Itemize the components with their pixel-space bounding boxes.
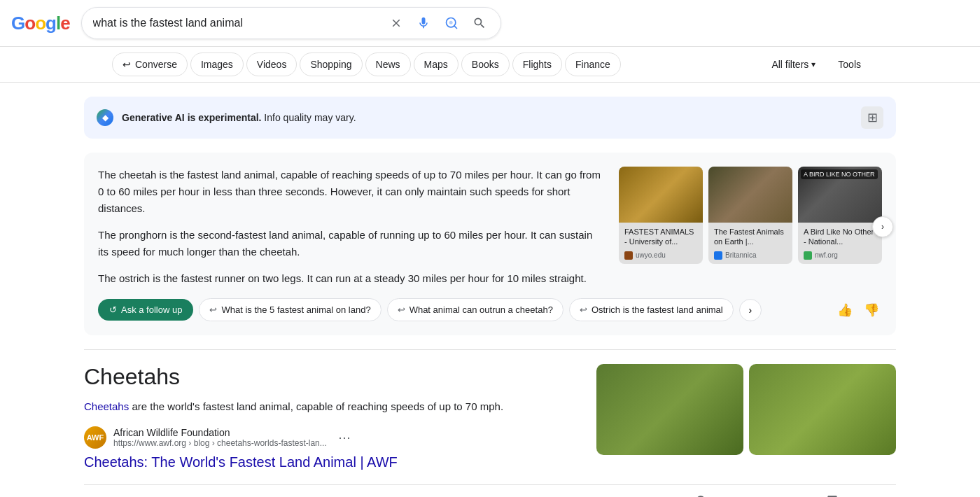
result-heading: Cheetahs [84,364,580,390]
image-overlay-text: A BIRD LIKE NO OTHER [801,169,878,179]
ai-image-source-2: Britannica [708,251,792,264]
result-images [596,364,896,470]
ai-paragraph-1: The cheetah is the fastest land animal, … [98,167,605,217]
suggestion-button-3[interactable]: ↩ Ostrich is the fastest land animal [569,298,734,321]
microphone-button[interactable] [414,13,433,33]
lens-button[interactable] [442,13,461,33]
ai-paragraph-3: The ostrich is the fastest runner on two… [98,270,605,287]
suggestion-icon-2: ↩ [398,304,405,315]
gemini-icon [97,109,113,126]
source-favicon-1 [624,251,633,260]
search-icons [387,13,489,33]
ai-banner: Generative AI is experimental. Info qual… [84,97,896,139]
ai-image-label-1: FASTEST ANIMALS - University of... [619,223,703,251]
source-favicon-2 [714,251,722,260]
follow-up-row: ↺ Ask a follow up ↩ What is the 5 fastes… [98,298,882,321]
ai-image-source-1: uwyo.edu [619,251,703,264]
tab-shopping[interactable]: Shopping [300,52,362,76]
clear-button[interactable] [387,14,405,32]
carousel-next-button[interactable]: › [872,216,893,237]
cheetah-image-2[interactable] [749,364,896,455]
source-url: https://www.awf.org › blog › cheetahs-wo… [113,438,327,448]
ai-image-card-2[interactable]: The Fastest Animals on Earth |... Britan… [708,167,792,264]
header: Google [0,0,980,47]
tab-books[interactable]: Books [461,52,510,76]
result-text-col: Cheetahs Cheetahs are the world's fastes… [84,364,580,470]
ai-image-label-3: A Bird Like No Other - National... [798,223,882,251]
ai-images-carousel: FASTEST ANIMALS - University of... uwyo.… [619,167,882,287]
suggestion-button-2[interactable]: ↩ What animal can outrun a cheetah? [387,298,564,321]
suggestion-button-1[interactable]: ↩ What is the 5 fastest animal on land? [199,298,381,321]
source-favicon-3 [804,251,812,260]
chevron-down-icon: ▾ [811,59,816,69]
tab-maps[interactable]: Maps [414,52,458,76]
suggestion-icon-3: ↩ [580,304,587,315]
ask-followup-button[interactable]: ↺ Ask a follow up [98,299,193,321]
source-name: African Wildlife Foundation [113,427,327,438]
cheetah-rock-image [708,167,792,223]
converse-icon: ↩ [122,59,131,70]
nav-right: All filters ▾ Tools [764,55,868,74]
tools-button[interactable]: Tools [831,55,868,74]
ai-banner-text: Generative AI is experimental. Info qual… [122,112,356,123]
pronghorn-image [619,167,703,223]
cheetah-image-placeholder-1 [596,364,743,455]
source-info: AWF African Wildlife Foundation https://… [84,426,580,449]
svg-point-1 [449,21,452,24]
tab-converse[interactable]: ↩ Converse [112,52,188,76]
result-title-section: Cheetahs Cheetahs are the world's fastes… [84,364,896,470]
all-filters-button[interactable]: All filters ▾ [764,55,822,74]
search-bar [81,7,501,39]
google-logo: Google [11,13,70,34]
search-button[interactable] [470,13,489,33]
nav-tabs: ↩ Converse Images Videos Shopping News M… [0,47,980,83]
search-input[interactable] [93,17,380,29]
cheetah-image-1[interactable] [596,364,743,455]
result-description: Cheetahs are the world's fastest land an… [84,398,580,415]
tab-flights[interactable]: Flights [512,52,562,76]
ostrich-image: A BIRD LIKE NO OTHER [798,167,882,223]
ai-grid-button[interactable]: ⊞ [861,106,883,129]
three-dot-button[interactable]: ⋯ [334,428,355,447]
result-title-link[interactable]: Cheetahs: The World's Fastest Land Anima… [84,454,580,470]
ai-image-source-3: nwf.org [798,251,882,264]
suggestion-icon-1: ↩ [209,304,217,315]
thumbs-up-button[interactable]: 👍 [834,300,855,321]
ai-banner-left: Generative AI is experimental. Info qual… [97,109,356,126]
tab-videos[interactable]: Videos [246,52,298,76]
snippet-footer: About featured snippets • Feedback [84,484,896,497]
ai-result-section: The cheetah is the fastest land animal, … [84,153,896,335]
awf-logo: AWF [84,426,106,449]
more-suggestions-button[interactable]: › [739,299,762,321]
ai-paragraph-2: The pronghorn is the second-fastest land… [98,227,605,260]
cheetahs-link[interactable]: Cheetahs [84,400,129,412]
ai-image-label-2: The Fastest Animals on Earth |... [708,223,792,251]
ask-followup-icon: ↺ [109,304,117,315]
thumbs-down-button[interactable]: 👎 [861,300,882,321]
tab-images[interactable]: Images [190,52,244,76]
main-content: Generative AI is experimental. Info qual… [70,83,910,497]
cheetah-image-placeholder-2 [749,364,896,455]
ai-result-content: The cheetah is the fastest land animal, … [98,167,882,287]
tab-finance[interactable]: Finance [565,52,621,76]
ai-image-card-3[interactable]: A BIRD LIKE NO OTHER A Bird Like No Othe… [798,167,882,264]
ai-text: The cheetah is the fastest land animal, … [98,167,605,287]
search-result-section: Cheetahs Cheetahs are the world's fastes… [84,349,896,484]
source-details: African Wildlife Foundation https://www.… [113,427,327,448]
feedback-row: 👍 👎 [834,300,882,321]
tab-news[interactable]: News [365,52,411,76]
ai-image-card-1[interactable]: FASTEST ANIMALS - University of... uwyo.… [619,167,703,264]
